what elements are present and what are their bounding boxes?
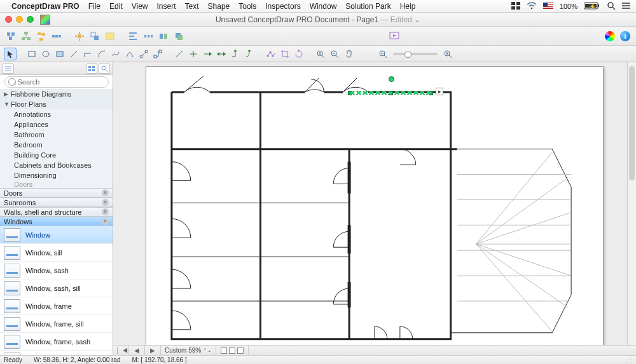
- tab-windows[interactable]: Windows×: [0, 217, 113, 226]
- selection-box[interactable]: ▸: [350, 91, 431, 95]
- resize-grip-icon[interactable]: ⋰: [626, 356, 632, 363]
- library-view-grid[interactable]: [86, 64, 97, 74]
- shape-window-frame-sash-sill[interactable]: Window, frame, sash, sill: [0, 351, 113, 355]
- menu-solution-park[interactable]: Solution Park: [345, 2, 391, 11]
- tool-chain-button[interactable]: [50, 29, 64, 43]
- zoom-out-button[interactable]: [377, 48, 389, 60]
- tool-arrow1[interactable]: [201, 48, 214, 60]
- tool-presentation-button[interactable]: [387, 29, 401, 43]
- shape-list[interactable]: Window Window, sill Window, sash Window,…: [0, 226, 113, 355]
- tool-smartconnector[interactable]: [151, 48, 164, 60]
- tree-floorplans[interactable]: ▼Floor Plans: [0, 99, 113, 109]
- shape-window-frame-sash[interactable]: Window, frame, sash: [0, 333, 113, 351]
- tool-line2[interactable]: [173, 48, 186, 60]
- library-tree[interactable]: ▶Fishbone Diagrams ▼Floor Plans Annotati…: [0, 89, 113, 188]
- tool-zoom-out[interactable]: [328, 48, 341, 60]
- zoom-in-button[interactable]: [441, 48, 454, 60]
- zoom-combo[interactable]: Custom 59% ⌃⌄: [161, 346, 216, 355]
- tool-info-button[interactable]: i: [618, 29, 632, 43]
- close-icon[interactable]: ×: [102, 189, 109, 196]
- tool-ellipse[interactable]: [39, 48, 52, 60]
- tool-orgchart-button[interactable]: [19, 29, 33, 43]
- battery-icon[interactable]: ⚡: [584, 2, 600, 11]
- tool-distribute-button[interactable]: [141, 29, 155, 43]
- tool-bezier[interactable]: [123, 48, 136, 60]
- close-icon[interactable]: ×: [102, 218, 109, 225]
- tree-doors-sub[interactable]: Doors: [0, 180, 113, 188]
- spotlight-icon[interactable]: [607, 1, 616, 11]
- tool-tree-button[interactable]: [4, 29, 18, 43]
- tree-fishbone[interactable]: ▶Fishbone Diagrams: [0, 89, 113, 99]
- close-icon[interactable]: ×: [102, 208, 109, 215]
- tool-elbow[interactable]: [81, 48, 94, 60]
- tree-bathroom[interactable]: Bathroom: [0, 130, 113, 140]
- library-search-button[interactable]: [99, 64, 110, 74]
- shape-window-frame[interactable]: Window, frame: [0, 297, 113, 315]
- smart-action-button[interactable]: ▸: [436, 88, 443, 95]
- tool-arrange-button[interactable]: [172, 29, 186, 43]
- tool-spline[interactable]: [109, 48, 122, 60]
- tool-line[interactable]: [67, 48, 80, 60]
- zoom-slider[interactable]: [393, 53, 438, 55]
- app-name[interactable]: ConceptDraw PRO: [11, 2, 80, 11]
- menu-text[interactable]: Text: [185, 2, 199, 11]
- tool-pan[interactable]: [342, 48, 355, 60]
- shape-window[interactable]: Window: [0, 226, 113, 244]
- shape-window-sash-sill[interactable]: Window, sash, sill: [0, 280, 113, 297]
- tool-arrow3[interactable]: [229, 48, 242, 60]
- tool-select[interactable]: [4, 48, 17, 60]
- tool-zoom-in[interactable]: [314, 48, 327, 60]
- tree-bedroom[interactable]: Bedroom: [0, 140, 113, 150]
- hscroll-left[interactable]: ⎸◀: [113, 346, 129, 355]
- drawing-page[interactable]: ▸: [146, 66, 604, 345]
- menu-insert[interactable]: Insert: [157, 2, 176, 11]
- tool-block[interactable]: [53, 48, 66, 60]
- menu-edit[interactable]: Edit: [109, 2, 123, 11]
- tree-cabinets[interactable]: Cabinets and Bookcases: [0, 160, 113, 170]
- dashboard-icon[interactable]: [511, 2, 520, 11]
- menu-shape[interactable]: Shape: [208, 2, 230, 11]
- close-icon[interactable]: ×: [102, 199, 109, 206]
- library-search-input[interactable]: [4, 76, 109, 88]
- tool-crop[interactable]: [279, 48, 291, 60]
- hscroll-next[interactable]: ▶: [145, 346, 161, 355]
- menu-tools[interactable]: Tools: [238, 2, 256, 11]
- tool-samesize-button[interactable]: [156, 29, 170, 43]
- menu-inspectors[interactable]: Inspectors: [265, 2, 300, 11]
- menu-file[interactable]: File: [88, 2, 100, 11]
- menu-view[interactable]: View: [132, 2, 148, 11]
- tree-appliances[interactable]: Appliances: [0, 119, 113, 130]
- wifi-icon[interactable]: [527, 2, 537, 11]
- tool-rotate[interactable]: [293, 48, 305, 60]
- tool-arrow4[interactable]: [243, 48, 256, 60]
- notification-center-icon[interactable]: [622, 2, 631, 11]
- drawing-canvas[interactable]: ▸: [113, 62, 636, 345]
- shape-window-sash[interactable]: Window, sash: [0, 262, 113, 280]
- tab-sunrooms[interactable]: Sunrooms×: [0, 198, 113, 207]
- flag-icon[interactable]: [543, 3, 553, 10]
- rotation-handle-icon[interactable]: [389, 76, 394, 82]
- shape-window-sill[interactable]: Window, sill: [0, 244, 113, 262]
- tool-align-button[interactable]: [126, 29, 140, 43]
- tool-color-button[interactable]: [603, 29, 617, 43]
- tool-clone-button[interactable]: [88, 29, 102, 43]
- menu-help[interactable]: Help: [400, 2, 416, 11]
- tree-dimensioning[interactable]: Dimensioning: [0, 170, 113, 180]
- tool-connector[interactable]: [137, 48, 150, 60]
- tool-section[interactable]: [187, 48, 200, 60]
- tab-doors[interactable]: Doors×: [0, 188, 113, 198]
- tab-walls[interactable]: Walls, shell and structure×: [0, 207, 113, 217]
- tool-hypernote-button[interactable]: [103, 29, 117, 43]
- vertical-scrollbar[interactable]: [627, 62, 636, 345]
- tool-arc[interactable]: [95, 48, 108, 60]
- library-tab-1[interactable]: [3, 64, 14, 74]
- tool-flowchart-button[interactable]: [34, 29, 48, 43]
- tool-arrow2[interactable]: [215, 48, 228, 60]
- shape-window-frame-sill[interactable]: Window, frame, sill: [0, 315, 113, 333]
- tool-edit-points[interactable]: [265, 48, 277, 60]
- tree-annotations[interactable]: Annotations: [0, 109, 113, 119]
- tree-building-core[interactable]: Building Core: [0, 150, 113, 160]
- tool-rapiddraw-button[interactable]: [73, 29, 86, 43]
- menu-window[interactable]: Window: [310, 2, 337, 11]
- hscroll-prev[interactable]: ◀: [129, 346, 145, 355]
